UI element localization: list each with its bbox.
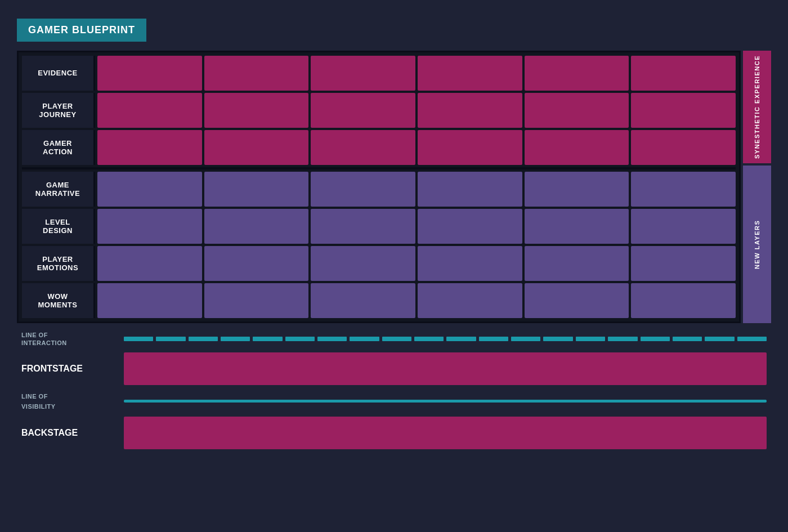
cell <box>418 246 522 281</box>
cell <box>525 93 629 128</box>
cell <box>418 209 522 244</box>
cells-gamer-action <box>97 130 736 165</box>
row-label-level-design: LEVELDESIGN <box>22 209 95 244</box>
cells-level-design <box>97 209 736 244</box>
row-label-wow-moments: WOWMOMENTS <box>22 283 95 318</box>
main-grid-container: EVIDENCE PLAYERJOURNEY <box>17 51 741 323</box>
cell <box>525 209 629 244</box>
cells-wow-moments <box>97 283 736 318</box>
visibility-line <box>124 400 767 403</box>
line-dashes <box>124 337 771 341</box>
row-label-player-journey: PLAYERJOURNEY <box>22 93 95 128</box>
cell <box>311 172 415 207</box>
cell <box>631 246 736 281</box>
table-row: WOWMOMENTS <box>22 283 736 318</box>
row-label-evidence: EVIDENCE <box>22 56 95 91</box>
line-of-visibility-section: LINE OF VISIBILITY <box>17 391 771 411</box>
cell <box>418 172 522 207</box>
cell <box>525 56 629 91</box>
cell <box>631 172 736 207</box>
cell <box>97 130 202 165</box>
cell <box>204 283 309 318</box>
line-of-interaction-label: LINE OF INTERACTION <box>17 331 124 347</box>
table-row: LEVELDESIGN <box>22 209 736 244</box>
right-sidebar: SYNESTHETIC EXPERIENCE NEW LAYERS <box>743 51 771 323</box>
row-label-gamer-action: GAMERACTION <box>22 130 95 165</box>
cell <box>311 130 415 165</box>
cell <box>97 93 202 128</box>
cell <box>631 93 736 128</box>
cells-game-narrative <box>97 172 736 207</box>
frontstage-section: FRONTSTAGE <box>17 352 771 385</box>
table-row: GAMENARRATIVE <box>22 172 736 207</box>
frontstage-label: FRONTSTAGE <box>17 364 124 374</box>
cell <box>204 172 309 207</box>
cell <box>418 56 522 91</box>
cell <box>418 130 522 165</box>
cell <box>631 283 736 318</box>
cell <box>204 56 309 91</box>
cell <box>311 283 415 318</box>
cells-player-emotions <box>97 246 736 281</box>
cell <box>631 56 736 91</box>
cell <box>311 56 415 91</box>
line-of-visibility-label: LINE OF VISIBILITY <box>17 391 124 411</box>
table-row: PLAYEREMOTIONS <box>22 246 736 281</box>
new-layers-label: NEW LAYERS <box>743 166 771 323</box>
cell <box>97 246 202 281</box>
cell <box>418 283 522 318</box>
cell <box>525 283 629 318</box>
table-row: EVIDENCE <box>22 56 736 91</box>
cell <box>525 172 629 207</box>
page-title: GAMER BLUEPRINT <box>28 24 135 35</box>
row-label-player-emotions: PLAYEREMOTIONS <box>22 246 95 281</box>
line-of-interaction-section: LINE OF INTERACTION <box>17 331 771 347</box>
table-row: PLAYERJOURNEY <box>22 93 736 128</box>
bottom-sections: LINE OF INTERACTION <box>17 328 771 452</box>
backstage-bar <box>124 417 767 449</box>
cell <box>204 93 309 128</box>
backstage-label: BACKSTAGE <box>17 428 124 438</box>
cell <box>204 130 309 165</box>
cell <box>311 246 415 281</box>
title-bar: GAMER BLUEPRINT <box>17 19 146 42</box>
table-row: GAMERACTION <box>22 130 736 165</box>
cell <box>204 246 309 281</box>
cells-player-journey <box>97 93 736 128</box>
cell <box>631 209 736 244</box>
row-label-game-narrative: GAMENARRATIVE <box>22 172 95 207</box>
grid-area: EVIDENCE PLAYERJOURNEY <box>22 56 736 318</box>
cell <box>97 56 202 91</box>
page-container: GAMER BLUEPRINT EVIDENCE <box>17 19 771 514</box>
cell <box>97 209 202 244</box>
cell <box>525 246 629 281</box>
section-divider <box>22 167 736 169</box>
cell <box>97 172 202 207</box>
synesthetic-experience-label: SYNESTHETIC EXPERIENCE <box>743 51 771 163</box>
cell <box>204 209 309 244</box>
frontstage-bar <box>124 352 767 385</box>
cells-evidence <box>97 56 736 91</box>
cell <box>418 93 522 128</box>
backstage-section: BACKSTAGE <box>17 417 771 449</box>
cell <box>311 209 415 244</box>
cell <box>311 93 415 128</box>
cell <box>631 130 736 165</box>
cell <box>525 130 629 165</box>
cell <box>97 283 202 318</box>
